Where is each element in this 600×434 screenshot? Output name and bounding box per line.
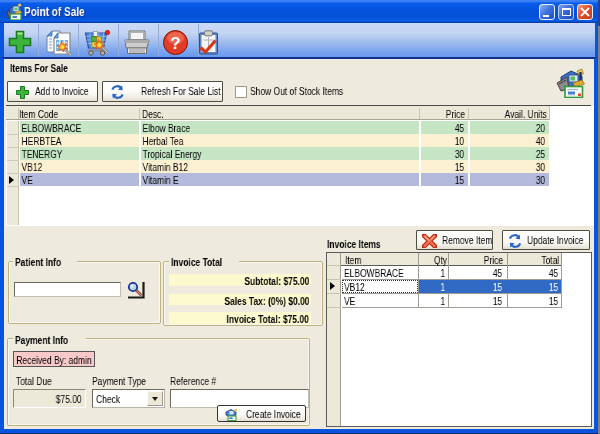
svg-text:?: ? (170, 34, 180, 53)
